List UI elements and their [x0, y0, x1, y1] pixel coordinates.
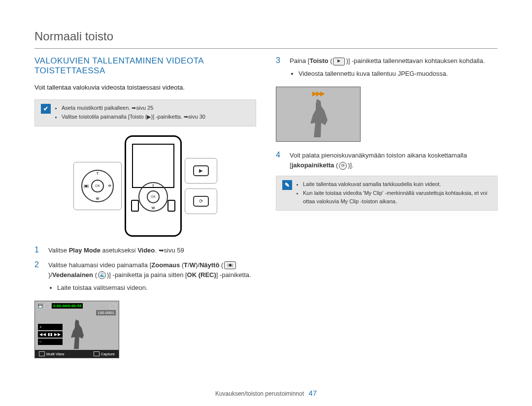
device-illustration: OK T W |◼| ⟳ OK T W [34, 135, 256, 237]
storage-icon: 💾 [38, 304, 43, 308]
left-column: VALOKUVIEN TALLENTAMINEN VIDEOTA TOISTET… [34, 56, 256, 363]
skater-silhouette [306, 99, 331, 137]
camera-body-outline: OK T W [125, 135, 182, 237]
step-body: Valitse haluamasi video painamalla [Zoom… [48, 260, 256, 296]
callout-share-button: ⟳ [185, 188, 217, 214]
pencil-icon: ✎ [282, 180, 292, 190]
step-1: 1 Valitse Play Mode asetukseksi Video. ➥… [34, 246, 256, 255]
step-2: 2 Valitse haluamasi video painamalla [Zo… [34, 260, 256, 296]
underwater-icon: 🌊 [98, 271, 106, 279]
page-footer: Kuvauksen/toiston perustoiminnot 47 [0, 389, 532, 397]
dpad-up-label: T [97, 172, 99, 175]
camera-screen [132, 144, 174, 188]
step-3: 3 Paina [Toisto (▶)] -painiketta tallenn… [276, 56, 498, 82]
playback-timer: 0:00:00/0:00:55 [52, 303, 83, 309]
zoom-minus: − [38, 339, 63, 345]
step-number: 2 [34, 260, 41, 296]
dpad-right-label: ⟳ [108, 184, 111, 188]
dpad-ok: OK [91, 180, 104, 192]
dpad-down-label: W [96, 197, 100, 200]
step-bullet: Laite toistaa valitsemasi videon. [57, 283, 256, 293]
right-column: 3 Paina [Toisto (▶)] -painiketta tallenn… [276, 56, 498, 363]
note-box-info: ✎ Laite tallentaa valokuvat samalla tark… [276, 176, 498, 211]
multiview-label: Multi View [46, 352, 64, 356]
check-icon: ✔ [41, 104, 51, 114]
page-title: Normaali toisto [34, 30, 498, 43]
note-box-prerequisites: ✔ Aseta muistikortti paikalleen. ➥sivu 2… [34, 99, 256, 126]
camera-dpad-ok: OK [147, 190, 160, 203]
capture-icon [94, 351, 100, 356]
page-number: 47 [308, 389, 317, 397]
title-divider [34, 48, 498, 49]
capture-label: Capture [101, 352, 115, 356]
hd-icon [44, 304, 50, 309]
skater-silhouette [67, 319, 87, 349]
capture-screenshot: ▶▶▶ [276, 87, 361, 142]
step-body: Voit palata pienoiskuvanäkymään toiston … [290, 151, 498, 170]
fast-forward-icon: ▶▶▶ [312, 90, 324, 97]
battery-icon [110, 304, 116, 309]
transport-controls: ◀◀ ▮▮ ▶▶ [38, 331, 63, 338]
play-icon: ▶ [193, 165, 209, 176]
step-body: Valitse Play Mode asetukseksi Video. ➥si… [48, 246, 256, 255]
step-body: Paina [Toisto (▶)] -painiketta tallennet… [290, 56, 498, 82]
chapter-label: Kuvauksen/toiston perustoiminnot [215, 390, 304, 397]
step-number: 1 [34, 246, 41, 255]
share-icon: ⟳ [193, 196, 209, 207]
note-item: Kun laite toistaa videolta 'My Clip' -me… [303, 189, 491, 205]
step-number: 4 [276, 151, 283, 170]
step-number: 3 [276, 56, 283, 82]
play-icon: ▶ [333, 58, 345, 65]
note-item: Valitse toistotila painamalla [Toisto (▶… [62, 113, 205, 121]
display-icon: |◼| [224, 261, 236, 269]
callout-dpad: OK T W |◼| ⟳ [73, 162, 122, 210]
dpad-left-label: |◼| [84, 184, 89, 188]
playback-thumbnail: 💾 0:00:00/0:00:55 100-0001 + ◀◀ ▮▮ ▶▶ − … [34, 301, 119, 358]
note-item: Aseta muistikortti paikalleen. ➥sivu 25 [62, 104, 205, 112]
callout-play-button: ▶ [185, 158, 217, 184]
step-4: 4 Voit palata pienoiskuvanäkymään toisto… [276, 151, 498, 170]
clip-id: 100-0001 [96, 310, 116, 315]
zoom-plus: + [38, 324, 63, 330]
section-heading: VALOKUVIEN TALLENTAMINEN VIDEOTA TOISTET… [34, 56, 256, 76]
share-icon: ⟳ [339, 162, 347, 170]
intro-text: Voit tallentaa valokuvia videosta toista… [34, 83, 256, 93]
note-item: Laite tallentaa valokuvat samalla tarkku… [303, 180, 491, 188]
multiview-icon [39, 351, 45, 356]
step-bullet: Videosta tallennettu kuva tallentuu JPEG… [299, 69, 498, 79]
